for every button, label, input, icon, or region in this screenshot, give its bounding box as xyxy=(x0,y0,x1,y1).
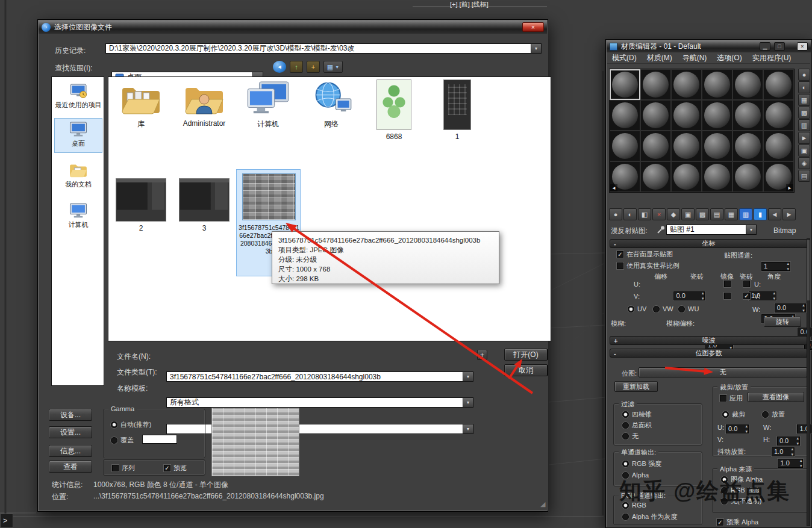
sequence-checkbox[interactable]: 序列 xyxy=(112,464,135,473)
material-slot[interactable] xyxy=(640,131,671,161)
history-combobox[interactable]: D:\1家装\2020\2020.3.20展厅制作\2020.3.20展厅改\3… xyxy=(105,43,542,54)
rotate-button[interactable]: 旋转 xyxy=(764,317,801,327)
filter-summed-area-radio[interactable]: 总面积 xyxy=(622,421,652,430)
show-shaded-material-icon[interactable]: ▥ xyxy=(739,208,752,220)
material-slot[interactable] xyxy=(640,161,671,192)
v-tile-checkbox[interactable] xyxy=(743,293,750,299)
rollout-noise[interactable]: + 噪波 xyxy=(610,336,808,345)
map-channel-spinner[interactable]: 1 xyxy=(761,262,790,271)
file-item-network[interactable]: 网络 xyxy=(301,81,361,129)
material-slot[interactable] xyxy=(763,131,794,161)
get-material-icon[interactable]: ● xyxy=(609,208,622,220)
v-offset-spinner[interactable]: 0.0 xyxy=(775,303,806,312)
back-button[interactable]: ◄ xyxy=(273,61,286,73)
make-unique-icon[interactable]: ▣ xyxy=(681,208,695,220)
vw-radio[interactable]: VW xyxy=(653,305,673,312)
premultiplied-alpha-checkbox[interactable]: 预乘 Alpha xyxy=(717,518,758,527)
rollout-coordinates[interactable]: - 坐标 xyxy=(610,239,808,248)
options-icon[interactable]: ▣ xyxy=(798,144,810,157)
jitter-spinner[interactable]: 1.0 xyxy=(778,459,803,468)
filename-combobox[interactable]: 3f15678751c547841166e27bac2ff666_2012080… xyxy=(166,371,473,382)
maxscript-mini-listener[interactable]: > xyxy=(0,514,13,528)
menu-utilities[interactable]: 实用程序(U) xyxy=(752,53,792,63)
crop-u-spinner[interactable]: 0.0 xyxy=(726,424,749,433)
sample-uv-tiling-icon[interactable]: ▩ xyxy=(798,107,810,119)
slots-scroll-right-icon[interactable]: ► xyxy=(786,184,793,191)
material-slot[interactable] xyxy=(671,100,702,131)
view-image-button[interactable]: 查看图像 xyxy=(748,392,804,402)
editor-scrollbar[interactable] xyxy=(807,238,810,526)
u-tiling-spinner[interactable]: 1.0 xyxy=(749,291,776,300)
menu-mode[interactable]: 模式(D) xyxy=(612,53,637,63)
file-item-1[interactable]: 1 xyxy=(427,79,487,141)
menu-navigation[interactable]: 导航(N) xyxy=(682,53,707,63)
material-slot[interactable] xyxy=(671,69,702,100)
put-to-library-icon[interactable]: ▩ xyxy=(696,208,709,220)
make-preview-icon[interactable]: ► xyxy=(798,132,810,144)
gamma-override-field[interactable] xyxy=(142,435,177,444)
sidebar-item-desktop[interactable]: 桌面 xyxy=(54,118,102,153)
video-color-check-icon[interactable]: ▥ xyxy=(798,119,810,131)
show-map-in-viewport-icon[interactable]: ▦ xyxy=(725,208,738,220)
v-mirror-checkbox[interactable] xyxy=(724,293,731,299)
views-menu-button[interactable]: ▦▼ xyxy=(323,61,343,73)
menu-material[interactable]: 材质(M) xyxy=(647,53,672,63)
sidebar-item-documents[interactable]: 我的文档 xyxy=(54,160,102,196)
view-button[interactable]: 查看 xyxy=(49,461,92,473)
u-tile-checkbox[interactable] xyxy=(743,281,750,287)
minimize-button[interactable]: ▁ xyxy=(760,42,770,51)
filter-pyramidal-radio[interactable]: 四棱锥 xyxy=(622,410,652,419)
assign-material-to-selection-icon[interactable]: ◧ xyxy=(638,208,651,220)
file-item-2[interactable]: 2 xyxy=(111,178,171,232)
material-slot[interactable] xyxy=(610,100,640,131)
menu-options[interactable]: 选项(O) xyxy=(717,53,742,63)
dialog-close-button[interactable]: × xyxy=(522,22,544,32)
preview-checkbox[interactable]: 预览 xyxy=(164,464,187,473)
scrollbar-thumb[interactable] xyxy=(807,240,810,300)
editor-titlebar[interactable]: 材质编辑器 - 01 - Default ▁ □ × xyxy=(607,40,811,52)
sidebar-item-computer[interactable]: 计算机 xyxy=(54,200,102,235)
place-radio[interactable]: 放置 xyxy=(762,410,785,419)
material-slot[interactable] xyxy=(640,69,671,100)
material-slot[interactable] xyxy=(732,161,763,192)
u-offset-spinner[interactable]: 0.0 xyxy=(673,291,705,300)
go-forward-sibling-icon[interactable]: ► xyxy=(782,208,796,220)
new-folder-button[interactable]: + xyxy=(307,61,320,73)
viewport-label[interactable]: [+] [前] [线框] xyxy=(450,0,489,9)
file-item-computer[interactable]: 计算机 xyxy=(238,81,298,129)
backlight-icon[interactable]: ◐ xyxy=(798,81,810,93)
material-slot[interactable] xyxy=(640,100,671,131)
filter-none-radio[interactable]: 无 xyxy=(622,432,639,441)
sidebar-item-recent[interactable]: 最近使用的项目 xyxy=(54,81,102,116)
open-button[interactable]: 打开(O) xyxy=(504,349,548,361)
material-slot[interactable] xyxy=(732,131,763,161)
material-slot[interactable] xyxy=(671,131,702,161)
apply-checkbox[interactable]: 应用 xyxy=(720,394,743,403)
wu-radio[interactable]: WU xyxy=(678,305,699,312)
reload-button[interactable]: 重新加载 xyxy=(614,381,658,392)
put-material-to-scene-icon[interactable]: ◐ xyxy=(623,208,637,220)
show-end-result-icon[interactable]: ▮ xyxy=(754,208,767,220)
sample-type-icon[interactable]: ● xyxy=(798,69,810,81)
file-item-3[interactable]: 3 xyxy=(174,178,234,232)
cancel-button[interactable]: 取消 xyxy=(504,364,548,376)
material-slot-active[interactable] xyxy=(610,69,640,100)
reset-map-icon[interactable]: × xyxy=(652,208,666,220)
slots-scroll-left-icon[interactable]: ◄ xyxy=(610,184,617,191)
material-slot[interactable] xyxy=(671,161,702,192)
u-mirror-checkbox[interactable] xyxy=(724,281,731,287)
material-slot[interactable] xyxy=(732,100,763,131)
crop-h-spinner[interactable]: 1.0 xyxy=(772,447,795,456)
show-backface-checkbox[interactable]: 在背面显示贴图 xyxy=(617,250,673,259)
maximize-button[interactable]: □ xyxy=(774,42,785,51)
rollout-bitmap-params[interactable]: - 位图参数 xyxy=(610,349,808,358)
uv-radio[interactable]: UV xyxy=(628,305,646,312)
material-map-navigator-icon[interactable]: ▤ xyxy=(798,170,810,182)
material-slot[interactable] xyxy=(702,161,732,192)
resize-grip[interactable]: ◢ xyxy=(540,500,545,508)
eyedropper-icon[interactable] xyxy=(657,225,665,234)
crop-v-spinner[interactable]: 0.0 xyxy=(777,436,800,446)
setup-button[interactable]: 设置... xyxy=(49,426,92,438)
material-slot[interactable] xyxy=(702,131,732,161)
select-by-material-icon[interactable]: ◈ xyxy=(798,157,810,169)
